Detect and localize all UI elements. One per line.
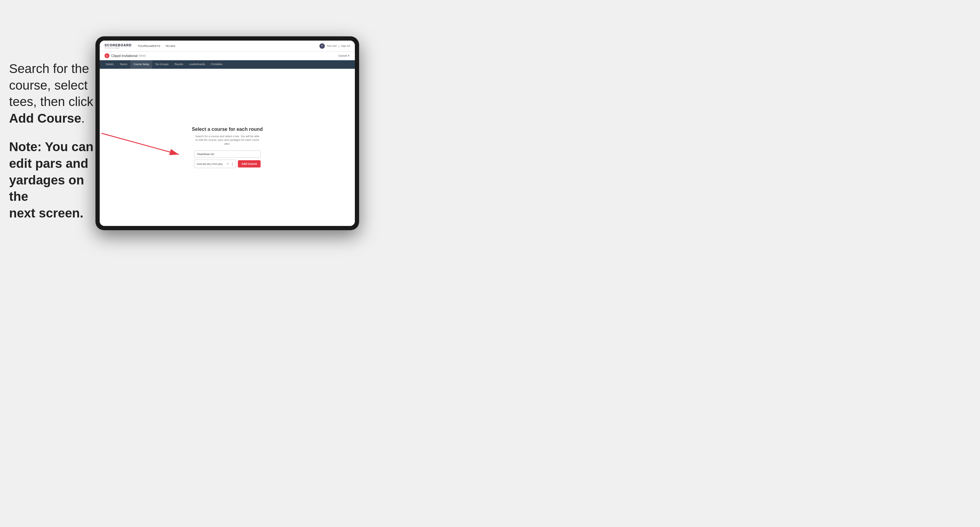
course-search-input[interactable] [194, 151, 261, 158]
top-navbar: SCOREBOARD Powered by clippd TOURNAMENTS… [100, 41, 355, 51]
annotation-area: Search for the course, select tees, then… [9, 60, 97, 221]
tournament-subtitle: (Men) [139, 54, 146, 57]
cancel-button[interactable]: Cancel ✕ [338, 54, 350, 57]
nav-right: T Test User | Sign out [320, 43, 350, 49]
tab-teams[interactable]: Teams [117, 60, 130, 69]
logo: SCOREBOARD Powered by clippd [105, 43, 132, 49]
tab-details[interactable]: Details [103, 60, 117, 69]
tournament-title: Clippd Invitational [111, 54, 138, 57]
tab-leaderboards[interactable]: Leaderboards [186, 60, 208, 69]
tab-results[interactable]: Results [172, 60, 186, 69]
tablet-device: SCOREBOARD Powered by clippd TOURNAMENTS… [95, 37, 359, 230]
tee-value: Gold (M) (M) (7010 yds) [197, 163, 223, 165]
sign-out-link[interactable]: Sign out [341, 44, 350, 47]
add-course-button[interactable]: Add Course [238, 160, 261, 167]
user-name: Test User [327, 44, 337, 47]
nav-teams[interactable]: TEAMS [165, 43, 175, 49]
tournament-icon: C [105, 53, 110, 58]
arrow-up-icon: ▲ [232, 162, 233, 164]
annotation-search-text: Search for the course, select tees, then… [9, 60, 97, 127]
tab-course-setup[interactable]: Course Setup [130, 60, 152, 69]
tee-arrows: ▲ ▼ [232, 162, 233, 166]
nav-separator: | [339, 44, 339, 47]
user-avatar: T [320, 43, 325, 49]
main-content: Select a course for each round Search fo… [100, 69, 355, 226]
tab-tee-groups[interactable]: Tee Groups [152, 60, 172, 69]
tablet-screen: SCOREBOARD Powered by clippd TOURNAMENTS… [100, 41, 355, 226]
annotation-bold: Add Course [9, 111, 81, 125]
tournament-header: C Clippd Invitational (Men) Cancel ✕ [100, 51, 355, 60]
tab-bar: Details Teams Course Setup Tee Groups Re… [100, 60, 355, 69]
arrow-down-icon: ▼ [232, 164, 233, 166]
tee-select-dropdown[interactable]: Gold (M) (M) (7010 yds) ✕ ▲ ▼ [194, 160, 236, 168]
annotation-note: Note: You can edit pars and yardages on … [9, 139, 97, 221]
tab-printables[interactable]: Printables [208, 60, 226, 69]
nav-items: TOURNAMENTS TEAMS [138, 43, 319, 49]
course-select-title: Select a course for each round [192, 127, 263, 132]
course-select-description: Search for a course and select a tee. Yo… [194, 135, 261, 146]
tee-select-row: Gold (M) (M) (7010 yds) ✕ ▲ ▼ Add Course [194, 160, 261, 168]
tee-clear-button[interactable]: ✕ [226, 162, 230, 166]
nav-tournaments[interactable]: TOURNAMENTS [138, 43, 160, 49]
